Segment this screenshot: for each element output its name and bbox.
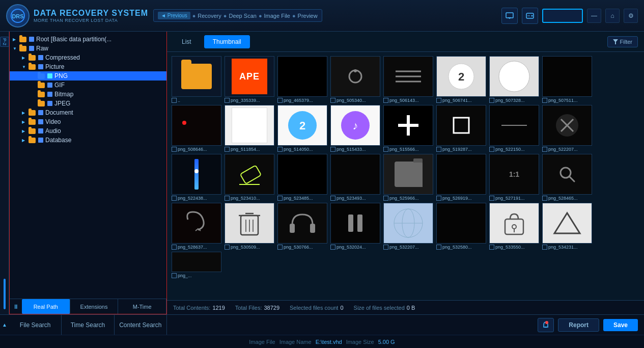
thumb-item-14[interactable]: png_522207... <box>542 105 593 152</box>
thumb-label-7: png_508646... <box>172 147 221 152</box>
tree-item-document[interactable]: ▶ Document <box>10 108 166 117</box>
home-button[interactable]: ⌂ <box>605 9 620 23</box>
thumb-img-24 <box>225 203 274 244</box>
thumb-row-1: .. APE png_335339... <box>171 56 640 103</box>
svg-rect-28 <box>240 165 261 184</box>
tree-small-sq-compressed <box>38 55 43 60</box>
previous-button[interactable]: ◄ Previous <box>158 12 190 19</box>
thumb-item-11[interactable]: png_515566... <box>383 105 434 152</box>
tree-item-root[interactable]: ▶ Root [Basic data partition(... <box>10 35 166 44</box>
svg-rect-38 <box>290 224 295 233</box>
tree-item-audio[interactable]: ▶ Audio <box>10 126 166 136</box>
minimize-button[interactable]: — <box>587 9 601 23</box>
thumb-img-15 <box>172 154 221 195</box>
tree-small-sq-gif <box>47 83 52 88</box>
thumb-item-ape[interactable]: APE png_335339... <box>224 56 275 103</box>
selected-files-item: Selected files count 0 <box>290 305 344 311</box>
header-search-box[interactable] <box>542 9 583 23</box>
monitor-icon-btn[interactable] <box>501 8 518 24</box>
thumb-item-22[interactable]: png_528465... <box>542 154 593 201</box>
file-search-tab[interactable]: File Search <box>9 315 62 335</box>
thumb-item-4[interactable]: 2 png_506741... <box>436 56 487 103</box>
bottom-nav-up: ▲ <box>0 322 9 328</box>
thumb-item-19[interactable]: png_525966... <box>383 154 434 201</box>
drive-icon-btn[interactable] <box>522 8 538 24</box>
tree-item-png[interactable]: PNG <box>10 71 166 81</box>
thumb-checkbox-ape[interactable] <box>225 98 230 103</box>
up-arrow-icon[interactable]: ▲ <box>2 322 7 328</box>
total-files-item: Total Files: 38729 <box>235 305 279 311</box>
filter-button[interactable]: Filter <box>607 36 638 47</box>
report-button[interactable]: Report <box>558 318 599 332</box>
thumb-item-17[interactable]: png_523485... <box>277 154 328 201</box>
thumb-item-9[interactable]: 2 png_514050... <box>277 105 328 152</box>
thumb-label-16: png_523410... <box>225 196 274 201</box>
thumb-item-2[interactable]: png_505340... <box>330 56 381 103</box>
thumb-label-10: png_515433... <box>330 147 380 152</box>
thumb-item-8[interactable]: png_511854... <box>224 105 275 152</box>
tab-list[interactable]: List <box>173 35 200 48</box>
thumb-img-17 <box>277 154 327 195</box>
tree-item-raw[interactable]: ▼ Raw <box>10 44 166 53</box>
time-search-tab[interactable]: Time Search <box>62 315 114 335</box>
pause-button[interactable]: ⏸ <box>10 301 22 313</box>
tree-item-gif[interactable]: GIF <box>10 81 166 90</box>
tree-item-compressed[interactable]: ▶ Compressed <box>10 53 166 62</box>
thumb-item-23[interactable]: png_528637... <box>171 203 222 250</box>
tab-extensions[interactable]: Extensions <box>70 299 119 314</box>
folder-icon-gif <box>37 82 45 89</box>
thumb-item-7[interactable]: png_508646... <box>171 105 222 152</box>
settings-button[interactable]: ⚙ <box>624 9 638 23</box>
thumb-item-28[interactable]: png_532580... <box>436 203 487 250</box>
ape-thumb: APE <box>232 59 267 94</box>
folder-icon-bitmap <box>37 91 45 98</box>
thumb-item-3[interactable]: png_506143... <box>383 56 434 103</box>
thumb-img-18 <box>330 154 380 195</box>
thumb-item-12[interactable]: png_519287... <box>436 105 487 152</box>
thumb-item-1[interactable]: png_465379... <box>277 56 328 103</box>
thumb-item-folder[interactable]: .. <box>171 56 222 103</box>
tree-label-root: Root [Basic data partition(... <box>36 36 111 43</box>
save-button[interactable]: Save <box>603 319 638 331</box>
thumb-item-15[interactable]: png_522438... <box>171 154 222 201</box>
tree-label-compressed: Compressed <box>45 54 80 61</box>
tree-item-video[interactable]: ▶ Video <box>10 117 166 126</box>
thumb-label-13: png_522150... <box>489 147 539 152</box>
tree-label-document: Document <box>45 109 73 116</box>
thumb-item-18[interactable]: png_523493... <box>330 154 381 201</box>
content-search-tab[interactable]: Content Search <box>115 315 167 335</box>
thumb-item-5[interactable]: png_507328... <box>489 56 540 103</box>
tab-m-time[interactable]: M-Time <box>118 299 166 314</box>
thumb-item-30[interactable]: png_534231... <box>542 203 593 250</box>
thumb-item-16[interactable]: png_523410... <box>224 154 275 201</box>
tab-thumbnail[interactable]: Thumbnail <box>204 35 250 48</box>
total-files-label: Total Files: <box>235 305 262 311</box>
thumb-item-20[interactable]: png_526919... <box>436 154 487 201</box>
tree-arrow-video: ▶ <box>22 120 28 124</box>
thumb-item-6[interactable]: png_507511... <box>542 56 593 103</box>
thumb-item-29[interactable]: png_533550... <box>489 203 540 250</box>
tab-real-path[interactable]: Real Path <box>22 299 70 314</box>
thumb-item-21[interactable]: 1:1 png_527191... <box>489 154 540 201</box>
content-toolbar: List Thumbnail Filter <box>167 32 644 52</box>
thumb-item-24[interactable]: png_530509... <box>224 203 275 250</box>
thumb-label-14: png_522207... <box>542 147 592 152</box>
bell-icon-button[interactable] <box>538 318 554 332</box>
tree-item-jpeg[interactable]: JPEG <box>10 99 166 108</box>
thumb-item-13[interactable]: png_522150... <box>489 105 540 152</box>
thumb-item-26[interactable]: png_532024... <box>330 203 381 250</box>
thumb-item-27[interactable]: png_532207... <box>383 203 434 250</box>
thumb-item-10[interactable]: ♪ png_515433... <box>330 105 381 152</box>
tree-item-bitmap[interactable]: Bitmap <box>10 90 166 99</box>
thumb-item-31[interactable]: png_... <box>171 252 222 278</box>
thumb-label-26: png_532024... <box>330 245 380 250</box>
partition-badge: P-2 <box>0 37 9 47</box>
tree-arrow-root: ▶ <box>13 37 19 42</box>
thumb-img-19 <box>383 154 433 195</box>
thumb-checkbox-folder[interactable] <box>172 98 177 103</box>
tree-item-database[interactable]: ▶ Database <box>10 136 166 145</box>
tree-item-picture[interactable]: ▼ Picture <box>10 62 166 71</box>
thumb-item-25[interactable]: png_530766... <box>277 203 328 250</box>
total-contents-item: Total Contents: 1219 <box>173 305 225 311</box>
svg-text:DRS: DRS <box>12 13 23 19</box>
